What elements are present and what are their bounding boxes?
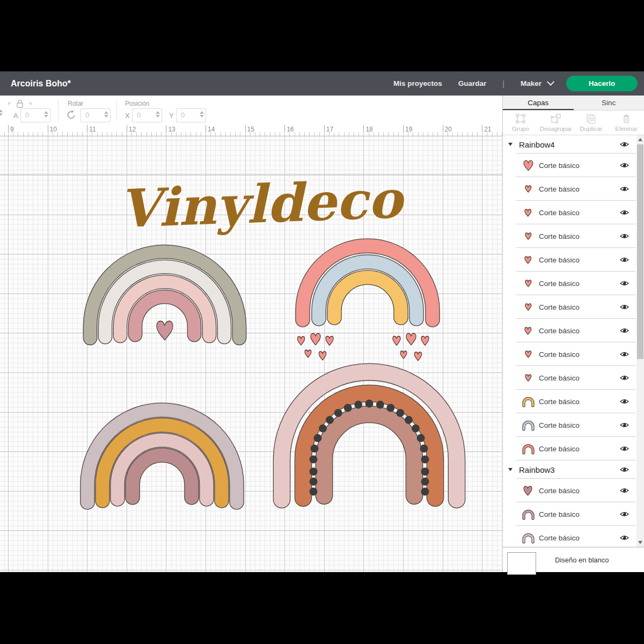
y-stepper[interactable] [200, 111, 204, 118]
ruler-number: 9 [10, 126, 14, 133]
rainbow-top-right[interactable] [297, 246, 433, 361]
group-button[interactable]: Grupo [503, 111, 538, 135]
layer-row[interactable]: Corte básico [503, 177, 636, 201]
x-input[interactable]: 0 [132, 108, 162, 122]
nav-save[interactable]: Guardar [458, 79, 487, 87]
y-field-label: Y [169, 112, 174, 120]
visibility-toggle[interactable] [620, 233, 629, 239]
visibility-toggle[interactable] [620, 445, 629, 452]
visibility-toggle[interactable] [620, 257, 629, 263]
layer-row[interactable]: Corte básico [503, 390, 636, 413]
trash-icon [620, 113, 632, 124]
ungroup-icon [550, 113, 562, 124]
layer-row[interactable]: Corte básico [503, 502, 636, 526]
layer-row[interactable]: Corte básico [503, 153, 636, 177]
layer-list-scrollbar[interactable] [636, 135, 644, 547]
scroll-thumb[interactable] [637, 144, 643, 359]
layer-label: Corte básico [539, 350, 580, 358]
ruler-number: 17 [326, 126, 333, 133]
layer-row[interactable]: Corte básico [503, 437, 636, 460]
layer-row[interactable]: Corte básico [503, 526, 636, 547]
layer-label: Corte básico [539, 421, 580, 429]
visibility-toggle[interactable] [620, 422, 629, 428]
ruler-number: 11 [89, 126, 96, 133]
collapse-arrow-icon[interactable] [508, 468, 513, 471]
design-canvas[interactable]: Vinyldeco [0, 136, 502, 572]
scroll-down-arrow[interactable] [636, 539, 644, 546]
visibility-toggle[interactable] [620, 511, 629, 517]
size-stepper[interactable] [44, 111, 48, 118]
duplicate-button[interactable]: Duplicar [574, 111, 609, 135]
layer-row[interactable]: Corte básico [503, 201, 636, 224]
ruler-number: 10 [50, 126, 57, 133]
eye-icon [620, 257, 629, 263]
heart-shape-icon [524, 255, 532, 265]
blank-design-label: Diseño en blanco [555, 556, 609, 564]
chevron-down-icon [547, 78, 554, 85]
visibility-toggle[interactable] [620, 351, 629, 357]
layer-row[interactable]: Corte básico [503, 295, 636, 319]
x-stepper[interactable] [156, 111, 160, 118]
tab-capas[interactable]: Capas [503, 96, 574, 110]
partial-stepper[interactable] [0, 109, 3, 116]
heart-shape-icon [524, 350, 532, 358]
layer-row[interactable]: Corte básico [503, 319, 636, 342]
make-it-button[interactable]: Hacerlo [566, 76, 638, 91]
arc-shape-icon [521, 509, 536, 520]
layer-row[interactable]: Corte básico [503, 413, 636, 437]
visibility-toggle[interactable] [620, 186, 629, 192]
layer-row[interactable]: Corte básico [503, 272, 636, 295]
nav-my-projects[interactable]: Mis proyectos [393, 79, 442, 87]
rainbow-bottom-left[interactable] [87, 410, 237, 502]
layer-group-header-rainbow4[interactable]: Rainbow4 [503, 135, 636, 153]
eye-icon [620, 466, 629, 473]
ungroup-button[interactable]: Desagrupar [538, 111, 574, 135]
rainbow-bottom-right[interactable] [282, 372, 457, 500]
heart-shape-icon [524, 232, 532, 240]
visibility-toggle[interactable] [620, 466, 629, 473]
visibility-toggle[interactable] [620, 535, 629, 541]
delete-button[interactable]: Eliminar [609, 111, 644, 135]
layer-row[interactable]: Corte básico [503, 224, 636, 248]
blank-design-swatch[interactable] [507, 552, 536, 575]
visibility-toggle[interactable] [620, 304, 629, 310]
size-input[interactable]: 0 [20, 108, 50, 122]
tab-sinc[interactable]: Sinc [574, 96, 644, 110]
ruler-number: 18 [365, 126, 372, 133]
visibility-toggle[interactable] [620, 375, 629, 381]
header-divider: | [502, 79, 504, 88]
collapse-arrow-icon[interactable] [508, 143, 513, 146]
eye-icon [620, 186, 629, 192]
scroll-up-arrow[interactable] [636, 136, 644, 143]
layer-row[interactable]: Corte básico [503, 366, 636, 390]
rotate-input[interactable]: 0 [80, 108, 111, 122]
rotate-stepper[interactable] [104, 111, 108, 118]
machine-selector[interactable]: Maker [521, 79, 553, 87]
y-input[interactable]: 0 [176, 108, 206, 122]
position-label: Posición [125, 100, 149, 107]
visibility-toggle[interactable] [620, 487, 629, 494]
layer-label: Corte básico [539, 209, 580, 217]
layer-row[interactable]: Corte básico [503, 342, 636, 366]
canvas-text-vinyldeco[interactable]: Vinyldeco [118, 169, 406, 240]
rotate-icon[interactable] [67, 110, 76, 120]
rainbow-top-left[interactable] [90, 252, 239, 340]
visibility-toggle[interactable] [620, 162, 629, 169]
visibility-toggle[interactable] [620, 280, 629, 287]
layer-row[interactable]: Corte básico [503, 248, 636, 272]
visibility-toggle[interactable] [620, 209, 629, 216]
eye-icon [620, 445, 629, 452]
layer-label: Corte básico [539, 374, 580, 382]
layer-group-name: Rainbow4 [519, 140, 555, 149]
arc-shape-icon [521, 532, 536, 544]
lock-open-icon[interactable] [8, 99, 32, 108]
app-header: Arcoiris Boho* Mis proyectos Guardar | M… [0, 71, 644, 96]
eye-icon [620, 511, 629, 517]
visibility-toggle[interactable] [620, 398, 629, 405]
layer-group-header-rainbow3[interactable]: Rainbow3 [503, 460, 636, 479]
eye-icon [620, 280, 629, 287]
visibility-toggle[interactable] [620, 327, 629, 334]
layer-row[interactable]: Corte básico [503, 479, 636, 502]
visibility-toggle[interactable] [620, 141, 629, 148]
layer-list: Rainbow4Corte básicoCorte básicoCorte bá… [503, 135, 644, 547]
